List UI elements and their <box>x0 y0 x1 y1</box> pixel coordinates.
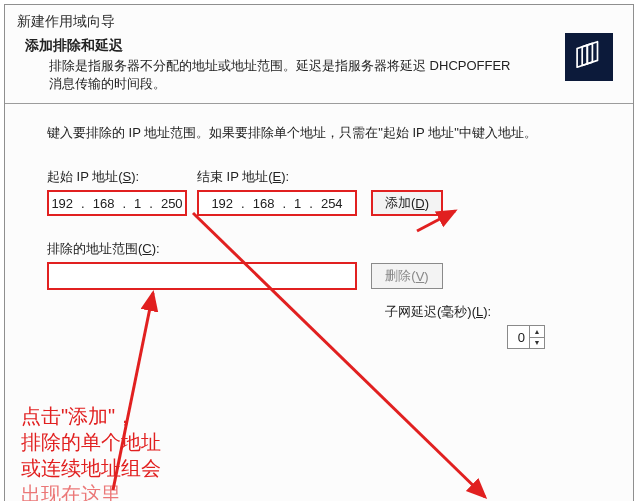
chevron-down-icon[interactable]: ▼ <box>530 338 544 349</box>
subnet-delay-label: 子网延迟(毫秒)(L): <box>385 303 585 321</box>
wizard-brand-icon <box>565 33 613 81</box>
ip-octet: 1 <box>290 196 305 211</box>
ip-octet: 168 <box>249 196 279 211</box>
ip-octet: 1 <box>130 196 145 211</box>
start-ip-input[interactable]: 192. 168. 1. 250 <box>47 190 187 216</box>
header-block: 添加排除和延迟 排除是指服务器不分配的地址或地址范围。延迟是指服务器将延迟 DH… <box>5 33 633 103</box>
remove-button[interactable]: 删除(V) <box>371 263 443 289</box>
ip-octet: 250 <box>157 196 187 211</box>
annotation-text: 点击"添加"， 排除的单个地址 或连续地址组会 出现在这里 <box>21 403 161 501</box>
ip-octet: 254 <box>317 196 347 211</box>
chevron-up-icon[interactable]: ▲ <box>530 326 544 338</box>
exclusion-list-label: 排除的地址范围(C): <box>47 240 591 258</box>
annotation-line: 排除的单个地址 <box>21 429 161 455</box>
subnet-delay-block: 子网延迟(毫秒)(L): 0 ▲ ▼ <box>385 303 585 349</box>
delay-value: 0 <box>508 330 529 345</box>
subnet-delay-spinner[interactable]: 0 ▲ ▼ <box>507 325 545 349</box>
annotation-line: 或连续地址组会 <box>21 455 161 481</box>
exclusion-list[interactable] <box>47 262 357 290</box>
spinner-arrows[interactable]: ▲ ▼ <box>529 326 544 348</box>
window-title: 新建作用域向导 <box>5 5 633 33</box>
ip-octet: 192 <box>47 196 77 211</box>
add-button[interactable]: 添加(D) <box>371 190 443 216</box>
page-description: 排除是指服务器不分配的地址或地址范围。延迟是指服务器将延迟 DHCPOFFER … <box>25 55 519 103</box>
instruction-text: 键入要排除的 IP 地址范围。如果要排除单个地址，只需在"起始 IP 地址"中键… <box>47 124 591 142</box>
end-ip-label: 结束 IP 地址(E): <box>197 168 367 186</box>
end-ip-input[interactable]: 192. 168. 1. 254 <box>197 190 357 216</box>
annotation-line: 点击"添加"， <box>21 403 161 429</box>
wizard-frame: 新建作用域向导 添加排除和延迟 排除是指服务器不分配的地址或地址范围。延迟是指服… <box>4 4 634 501</box>
page-heading: 添加排除和延迟 <box>25 37 613 55</box>
start-ip-label: 起始 IP 地址(S): <box>47 168 197 186</box>
wizard-body: 键入要排除的 IP 地址范围。如果要排除单个地址，只需在"起始 IP 地址"中键… <box>5 104 633 290</box>
ip-octet: 192 <box>207 196 237 211</box>
ip-octet: 168 <box>89 196 119 211</box>
annotation-line: 出现在这里 <box>21 481 161 501</box>
